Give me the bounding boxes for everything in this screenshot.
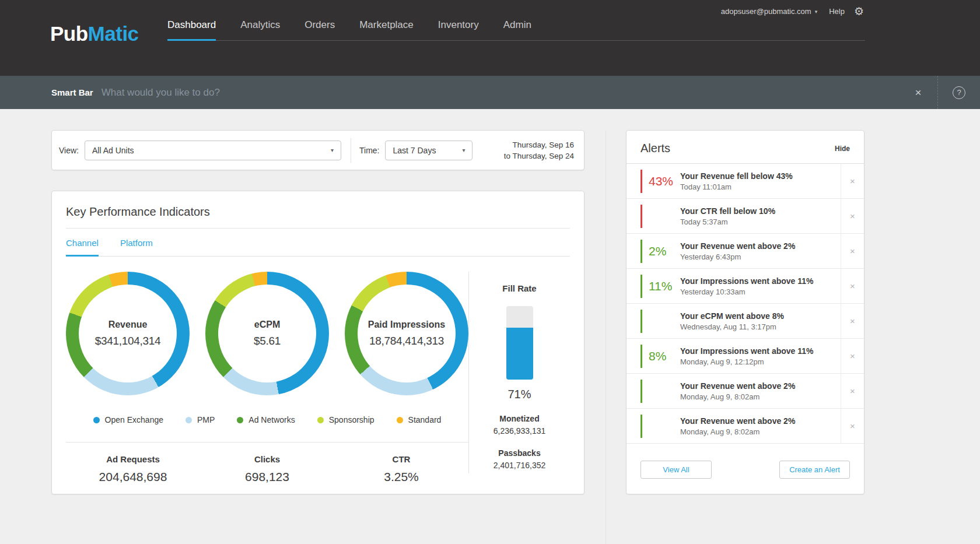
legend-label: Open Exchange xyxy=(105,415,163,424)
alert-percent: 11% xyxy=(649,279,680,293)
legend-item-sponsorship: Sponsorship xyxy=(317,415,374,424)
top-bar: PubMatic DashboardAnalyticsOrdersMarketp… xyxy=(0,0,980,76)
donut-metric-label: Revenue xyxy=(108,320,148,330)
alert-dismiss-button[interactable]: × xyxy=(841,339,864,373)
alert-list: 43% Your Revenue fell below 43% Today 11… xyxy=(626,163,864,444)
logo-part-2: Matic xyxy=(88,22,139,45)
alert-dismiss-button[interactable]: × xyxy=(841,269,864,303)
alerts-footer: View All Create an Alert xyxy=(626,461,864,494)
fill-rate-percent: 71% xyxy=(469,388,570,401)
view-label: View: xyxy=(59,146,79,155)
passbacks-label: Passbacks xyxy=(469,448,570,458)
date-range-end: to Thursday, Sep 24 xyxy=(504,150,574,162)
alert-texts: Your Revenue went above 2% Yesterday 6:4… xyxy=(680,241,841,261)
view-dropdown[interactable]: All Ad Units ▾ xyxy=(85,141,341,160)
alert-dismiss-button[interactable]: × xyxy=(841,374,864,408)
alert-dismiss-button[interactable]: × xyxy=(841,164,864,198)
close-icon: × xyxy=(850,281,855,291)
alert-texts: Your Impressions went above 11% Monday, … xyxy=(680,346,841,366)
smart-bar-help-button[interactable]: ? xyxy=(938,86,980,99)
alert-time: Monday, Aug 9, 8:02am xyxy=(680,392,836,401)
legend-label: PMP xyxy=(197,415,215,424)
tab-channel[interactable]: Channel xyxy=(66,238,99,257)
logo-part-1: Pub xyxy=(50,22,88,45)
nav-item-analytics[interactable]: Analytics xyxy=(240,19,280,40)
alert-texts: Your Revenue went above 2% Monday, Aug 9… xyxy=(680,381,841,401)
close-icon: × xyxy=(850,316,855,326)
stat-ctr: CTR 3.25% xyxy=(334,454,468,484)
kpi-body: Revenue $341,104,314 eCPM $5.61 Paid Imp… xyxy=(66,272,570,484)
stat-value: 3.25% xyxy=(334,470,468,484)
legend-dot-icon xyxy=(317,417,324,423)
stat-value: 204,648,698 xyxy=(66,470,200,484)
view-all-button[interactable]: View All xyxy=(640,461,712,479)
alert-dismiss-button[interactable]: × xyxy=(841,304,864,338)
donut-metric-label: Paid Impressions xyxy=(368,320,446,330)
time-dropdown-value: Last 7 Days xyxy=(393,146,436,155)
gear-icon[interactable]: ⚙︎ xyxy=(854,6,864,17)
tab-platform[interactable]: Platform xyxy=(120,238,153,256)
smart-bar-close-button[interactable]: × xyxy=(899,76,937,109)
alerts-hide-button[interactable]: Hide xyxy=(835,145,850,153)
stat-ad-requests: Ad Requests 204,648,698 xyxy=(66,454,200,484)
alert-dismiss-button[interactable]: × xyxy=(841,234,864,268)
donut-row: Revenue $341,104,314 eCPM $5.61 Paid Imp… xyxy=(66,272,468,395)
nav-item-inventory[interactable]: Inventory xyxy=(438,19,479,40)
chevron-down-icon: ▾ xyxy=(331,147,334,153)
smart-bar-input[interactable] xyxy=(102,87,899,99)
page-content: View: All Ad Units ▾ Time: Last 7 Days ▾… xyxy=(0,109,980,544)
monetized-label: Monetized xyxy=(469,414,570,423)
kpi-tabs: ChannelPlatform xyxy=(66,238,570,257)
alert-severity-bar xyxy=(640,310,642,333)
alert-severity-bar xyxy=(640,170,642,193)
stats-row: Ad Requests 204,648,698 Clicks 698,123 C… xyxy=(66,454,468,484)
alert-title: Your eCPM went above 8% xyxy=(680,311,836,321)
donut-chart: Paid Impressions 18,784,414,313 xyxy=(345,272,468,395)
alert-time: Monday, Aug 9, 8:02am xyxy=(680,427,836,436)
create-alert-button[interactable]: Create an Alert xyxy=(779,461,850,479)
nav-item-admin[interactable]: Admin xyxy=(503,19,531,40)
alert-row: 43% Your Revenue fell below 43% Today 11… xyxy=(626,164,864,199)
close-icon: × xyxy=(915,86,921,99)
time-dropdown[interactable]: Last 7 Days ▾ xyxy=(385,141,473,160)
alert-time: Today 5:37am xyxy=(680,217,836,226)
smart-bar-label: Smart Bar xyxy=(51,87,93,97)
alert-dismiss-button[interactable]: × xyxy=(841,199,864,233)
alert-texts: Your Impressions went above 11% Yesterda… xyxy=(680,276,841,296)
legend-item-ad-networks: Ad Networks xyxy=(237,415,295,424)
user-email[interactable]: adopsuser@pubmatic.com xyxy=(721,7,811,16)
alert-title: Your Impressions went above 11% xyxy=(680,276,836,286)
alerts-header: Alerts Hide xyxy=(626,131,864,163)
date-range-start: Thursday, Sep 16 xyxy=(504,139,574,150)
help-link[interactable]: Help xyxy=(829,7,845,16)
fill-rate-column: Fill Rate 71% Monetized 6,236,933,131 Pa… xyxy=(468,272,570,473)
chevron-down-icon: ▾ xyxy=(462,147,465,153)
legend-dot-icon xyxy=(93,417,100,423)
monetized-value: 6,236,933,131 xyxy=(469,426,570,436)
alert-severity-bar xyxy=(640,205,642,228)
nav-item-orders[interactable]: Orders xyxy=(304,19,335,40)
alert-title: Your Revenue went above 2% xyxy=(680,241,836,251)
stat-value: 698,123 xyxy=(200,470,334,484)
nav-item-dashboard[interactable]: Dashboard xyxy=(167,19,216,41)
alert-title: Your Impressions went above 11% xyxy=(680,346,836,356)
donut-metric-value: $341,104,314 xyxy=(95,335,161,348)
alert-row: 11% Your Impressions went above 11% Yest… xyxy=(626,269,864,304)
alert-severity-bar xyxy=(640,275,642,298)
donut-chart: Revenue $341,104,314 xyxy=(66,272,190,395)
legend-item-open-exchange: Open Exchange xyxy=(93,415,163,424)
chart-legend: Open Exchange PMP Ad Networks Sponsorshi… xyxy=(66,415,468,424)
pubmatic-logo[interactable]: PubMatic xyxy=(50,22,139,45)
donut-metric-value: 18,784,414,313 xyxy=(369,335,444,348)
alert-time: Today 11:01am xyxy=(680,182,836,191)
alerts-panel: Alerts Hide 43% Your Revenue fell below … xyxy=(626,130,864,494)
alert-title: Your Revenue fell below 43% xyxy=(680,171,836,181)
nav-item-marketplace[interactable]: Marketplace xyxy=(359,19,414,40)
donut-chart-ecpm: eCPM $5.61 xyxy=(205,272,329,395)
legend-dot-icon xyxy=(237,417,243,423)
alert-dismiss-button[interactable]: × xyxy=(841,409,864,443)
chevron-down-icon[interactable]: ▾ xyxy=(815,9,818,15)
alert-row: Your CTR fell below 10% Today 5:37am × xyxy=(626,199,864,234)
donut-metric-label: eCPM xyxy=(254,320,280,330)
alert-row: Your Revenue went above 2% Monday, Aug 9… xyxy=(626,409,864,444)
